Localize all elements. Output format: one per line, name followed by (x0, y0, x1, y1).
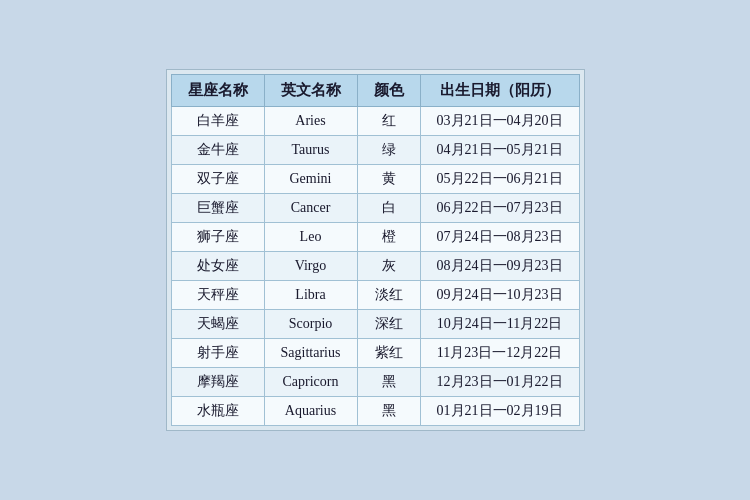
cell-chinese-name: 巨蟹座 (171, 194, 264, 223)
cell-chinese-name: 金牛座 (171, 136, 264, 165)
cell-chinese-name: 射手座 (171, 339, 264, 368)
cell-chinese-name: 处女座 (171, 252, 264, 281)
cell-dates: 04月21日一05月21日 (420, 136, 579, 165)
cell-dates: 09月24日一10月23日 (420, 281, 579, 310)
zodiac-table: 星座名称 英文名称 颜色 出生日期（阳历） 白羊座Aries红03月21日一04… (171, 74, 580, 426)
table-header-row: 星座名称 英文名称 颜色 出生日期（阳历） (171, 75, 579, 107)
cell-dates: 03月21日一04月20日 (420, 107, 579, 136)
header-english-name: 英文名称 (264, 75, 357, 107)
cell-dates: 07月24日一08月23日 (420, 223, 579, 252)
table-row: 天蝎座Scorpio深红10月24日一11月22日 (171, 310, 579, 339)
cell-dates: 11月23日一12月22日 (420, 339, 579, 368)
zodiac-table-container: 星座名称 英文名称 颜色 出生日期（阳历） 白羊座Aries红03月21日一04… (166, 69, 585, 431)
table-row: 摩羯座Capricorn黑12月23日一01月22日 (171, 368, 579, 397)
cell-english-name: Scorpio (264, 310, 357, 339)
cell-english-name: Libra (264, 281, 357, 310)
cell-english-name: Virgo (264, 252, 357, 281)
cell-color: 黑 (357, 368, 420, 397)
table-row: 金牛座Taurus绿04月21日一05月21日 (171, 136, 579, 165)
cell-english-name: Gemini (264, 165, 357, 194)
cell-color: 白 (357, 194, 420, 223)
table-row: 处女座Virgo灰08月24日一09月23日 (171, 252, 579, 281)
table-row: 狮子座Leo橙07月24日一08月23日 (171, 223, 579, 252)
cell-english-name: Cancer (264, 194, 357, 223)
cell-color: 黄 (357, 165, 420, 194)
cell-color: 紫红 (357, 339, 420, 368)
table-row: 水瓶座Aquarius黑01月21日一02月19日 (171, 397, 579, 426)
cell-color: 红 (357, 107, 420, 136)
cell-color: 绿 (357, 136, 420, 165)
table-row: 射手座Sagittarius紫红11月23日一12月22日 (171, 339, 579, 368)
header-color: 颜色 (357, 75, 420, 107)
table-row: 白羊座Aries红03月21日一04月20日 (171, 107, 579, 136)
cell-color: 深红 (357, 310, 420, 339)
cell-dates: 10月24日一11月22日 (420, 310, 579, 339)
table-row: 巨蟹座Cancer白06月22日一07月23日 (171, 194, 579, 223)
cell-dates: 05月22日一06月21日 (420, 165, 579, 194)
cell-english-name: Aries (264, 107, 357, 136)
cell-english-name: Capricorn (264, 368, 357, 397)
table-row: 天秤座Libra淡红09月24日一10月23日 (171, 281, 579, 310)
cell-chinese-name: 天蝎座 (171, 310, 264, 339)
cell-chinese-name: 天秤座 (171, 281, 264, 310)
cell-dates: 12月23日一01月22日 (420, 368, 579, 397)
cell-dates: 01月21日一02月19日 (420, 397, 579, 426)
cell-color: 淡红 (357, 281, 420, 310)
table-row: 双子座Gemini黄05月22日一06月21日 (171, 165, 579, 194)
cell-chinese-name: 白羊座 (171, 107, 264, 136)
cell-color: 黑 (357, 397, 420, 426)
cell-english-name: Sagittarius (264, 339, 357, 368)
cell-english-name: Taurus (264, 136, 357, 165)
cell-chinese-name: 双子座 (171, 165, 264, 194)
cell-chinese-name: 水瓶座 (171, 397, 264, 426)
header-chinese-name: 星座名称 (171, 75, 264, 107)
cell-chinese-name: 摩羯座 (171, 368, 264, 397)
header-dates: 出生日期（阳历） (420, 75, 579, 107)
cell-dates: 08月24日一09月23日 (420, 252, 579, 281)
cell-chinese-name: 狮子座 (171, 223, 264, 252)
cell-dates: 06月22日一07月23日 (420, 194, 579, 223)
cell-color: 灰 (357, 252, 420, 281)
cell-color: 橙 (357, 223, 420, 252)
cell-english-name: Aquarius (264, 397, 357, 426)
cell-english-name: Leo (264, 223, 357, 252)
